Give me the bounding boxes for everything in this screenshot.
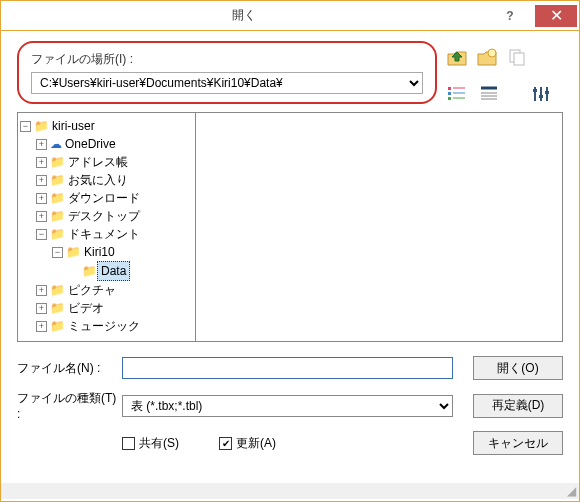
- titlebar: 開く ? ✕: [1, 1, 579, 31]
- help-button[interactable]: ?: [489, 5, 531, 27]
- filetype-label: ファイルの種類(T) :: [17, 390, 122, 421]
- expand-icon[interactable]: +: [36, 157, 47, 168]
- folder-icon: 📁: [34, 117, 49, 135]
- expand-icon[interactable]: +: [36, 175, 47, 186]
- expand-icon[interactable]: +: [36, 193, 47, 204]
- tree-item[interactable]: お気に入り: [65, 171, 131, 189]
- path-section: ファイルの場所(I) : C:¥Users¥kiri-user¥Document…: [17, 41, 437, 104]
- folder-icon: 📁: [50, 225, 65, 243]
- tree-item[interactable]: アドレス帳: [65, 153, 131, 171]
- tree-item[interactable]: ビデオ: [65, 299, 107, 317]
- svg-rect-17: [539, 95, 543, 98]
- folder-icon: 📁: [50, 207, 65, 225]
- update-checkbox[interactable]: ✔更新(A): [219, 435, 276, 452]
- filetype-select[interactable]: 表 (*.tbx;*.tbl): [122, 395, 453, 417]
- list-view-icon[interactable]: [477, 82, 501, 106]
- expand-icon[interactable]: +: [36, 285, 47, 296]
- copy-icon[interactable]: [505, 45, 529, 69]
- tree-item[interactable]: デスクトップ: [65, 207, 143, 225]
- svg-rect-16: [533, 89, 537, 92]
- open-button[interactable]: 開く(O): [473, 356, 563, 380]
- new-folder-icon[interactable]: [475, 45, 499, 69]
- folder-icon: 📁: [50, 299, 65, 317]
- tree-item-selected[interactable]: Data: [97, 261, 130, 281]
- cancel-button[interactable]: キャンセル: [473, 431, 563, 455]
- collapse-icon[interactable]: −: [20, 121, 31, 132]
- folder-icon: 📁: [50, 171, 65, 189]
- svg-point-0: [488, 49, 496, 57]
- tree-item[interactable]: ミュージック: [65, 317, 143, 335]
- tree-item[interactable]: ダウンロード: [65, 189, 143, 207]
- svg-rect-18: [545, 91, 549, 94]
- close-button[interactable]: ✕: [535, 5, 577, 27]
- filename-input[interactable]: [122, 357, 453, 379]
- path-combo[interactable]: C:¥Users¥kiri-user¥Documents¥Kiri10¥Data…: [31, 72, 423, 94]
- cloud-icon: ☁: [50, 135, 62, 153]
- tree-root[interactable]: kiri-user: [49, 117, 98, 135]
- window-title: 開く: [1, 7, 487, 24]
- expand-icon[interactable]: +: [36, 303, 47, 314]
- folder-icon: 📁: [50, 189, 65, 207]
- details-view-icon[interactable]: [445, 82, 469, 106]
- redefine-button[interactable]: 再定義(D): [473, 394, 563, 418]
- expand-icon[interactable]: +: [36, 321, 47, 332]
- collapse-icon[interactable]: −: [52, 247, 63, 258]
- up-folder-icon[interactable]: [445, 45, 469, 69]
- folder-tree[interactable]: −📁kiri-user +☁OneDrive +📁アドレス帳 +📁お気に入り +…: [18, 113, 193, 341]
- tree-item[interactable]: Kiri10: [81, 243, 118, 261]
- collapse-icon[interactable]: −: [36, 229, 47, 240]
- settings-icon[interactable]: [529, 82, 553, 106]
- open-dialog: 開く ? ✕ ファイルの場所(I) : C:¥Users¥kiri-user¥D…: [0, 0, 580, 502]
- folder-icon: 📁: [82, 262, 97, 280]
- toolbar: [445, 45, 529, 69]
- svg-rect-3: [448, 87, 451, 90]
- tree-item[interactable]: OneDrive: [62, 135, 119, 153]
- folder-icon: 📁: [66, 243, 81, 261]
- svg-rect-2: [514, 53, 524, 65]
- svg-rect-5: [448, 97, 451, 100]
- tree-item[interactable]: ドキュメント: [65, 225, 143, 243]
- file-browser: −📁kiri-user +☁OneDrive +📁アドレス帳 +📁お気に入り +…: [17, 112, 563, 342]
- filename-label: ファイル名(N) :: [17, 360, 122, 377]
- share-checkbox[interactable]: 共有(S): [122, 435, 179, 452]
- folder-icon: 📁: [50, 153, 65, 171]
- svg-rect-4: [448, 92, 451, 95]
- tree-item[interactable]: ピクチャ: [65, 281, 119, 299]
- file-list[interactable]: [195, 113, 562, 341]
- folder-icon: 📁: [50, 317, 65, 335]
- folder-icon: 📁: [50, 281, 65, 299]
- expand-icon[interactable]: +: [36, 211, 47, 222]
- path-label: ファイルの場所(I) :: [31, 51, 423, 68]
- expand-icon[interactable]: +: [36, 139, 47, 150]
